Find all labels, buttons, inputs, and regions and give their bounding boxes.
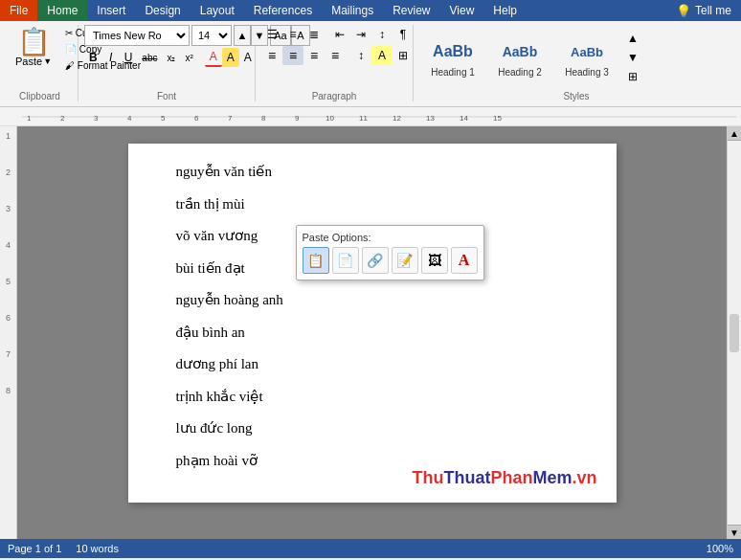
- shading-button[interactable]: A: [371, 46, 393, 65]
- menu-review[interactable]: Review: [383, 0, 439, 21]
- menu-layout[interactable]: Layout: [191, 0, 244, 21]
- styles-expand[interactable]: ⊞: [622, 67, 643, 86]
- svg-text:4: 4: [127, 114, 132, 123]
- svg-text:12: 12: [393, 114, 401, 123]
- bold-button[interactable]: B: [84, 48, 102, 67]
- clipboard-group: 📋 Paste ▼ ✂ Cut 📄 Copy 🖌 Format Painter …: [2, 25, 79, 101]
- svg-text:11: 11: [359, 114, 368, 123]
- ribbon: 📋 Paste ▼ ✂ Cut 📄 Copy 🖌 Format Painter …: [0, 21, 741, 107]
- menu-references[interactable]: References: [244, 0, 322, 21]
- font-name-select[interactable]: Times New Ro: [84, 25, 190, 46]
- style-heading3[interactable]: AaBb Heading 3: [553, 33, 620, 81]
- strikethrough-button[interactable]: abc: [137, 48, 162, 67]
- style-heading1[interactable]: AaBb Heading 1: [419, 33, 486, 81]
- align-right[interactable]: ≡: [303, 46, 325, 65]
- svg-text:14: 14: [460, 114, 468, 123]
- svg-text:13: 13: [426, 114, 435, 123]
- sort-button[interactable]: ↕: [371, 25, 393, 44]
- superscript-button[interactable]: x²: [180, 48, 197, 67]
- watermark-thu: Thu: [412, 468, 443, 487]
- watermark: ThuThuatPhanMem.vn: [412, 468, 596, 488]
- doc-line-9[interactable]: lưu đức long: [176, 419, 569, 438]
- italic-button[interactable]: I: [102, 48, 120, 67]
- menu-insert[interactable]: Insert: [87, 0, 135, 21]
- watermark-thuat: Thuat: [443, 468, 490, 487]
- bullets-button[interactable]: ☰: [261, 25, 282, 44]
- doc-line-5[interactable]: nguyễn hoàng anh: [176, 291, 569, 310]
- svg-text:7: 7: [228, 114, 233, 123]
- doc-line-8[interactable]: trịnh khắc việt: [176, 388, 569, 407]
- styles-scroll-down[interactable]: ▼: [622, 48, 643, 67]
- svg-text:15: 15: [493, 114, 502, 123]
- highlight-button[interactable]: A: [222, 48, 239, 67]
- decrease-indent[interactable]: ⇤: [329, 25, 350, 44]
- doc-line-6[interactable]: đậu bình an: [176, 324, 569, 343]
- doc-line-7[interactable]: dương phí lan: [176, 355, 569, 374]
- tell-me[interactable]: 💡 Tell me: [666, 0, 741, 21]
- watermark-vn: .vn: [572, 468, 596, 487]
- menu-home[interactable]: Home: [37, 0, 87, 21]
- increase-indent[interactable]: ⇥: [350, 25, 371, 44]
- paste-picture[interactable]: 🖼: [421, 247, 448, 274]
- justify[interactable]: ≡: [325, 46, 346, 65]
- line-spacing[interactable]: ↕: [350, 46, 371, 65]
- doc-line-2[interactable]: trần thị mùi: [176, 195, 569, 214]
- paste-options-title: Paste Options:: [303, 232, 478, 243]
- menu-view[interactable]: View: [440, 0, 484, 21]
- styles-group: AaBb Heading 1 AaBb Heading 2 AaBb Headi…: [414, 25, 739, 101]
- text-clear-button[interactable]: A: [239, 48, 257, 67]
- subscript-button[interactable]: x₂: [162, 48, 180, 67]
- menu-file[interactable]: File: [0, 0, 37, 21]
- watermark-phan: Phan: [490, 468, 532, 487]
- font-size-select[interactable]: 14: [191, 25, 232, 46]
- menu-mailings[interactable]: Mailings: [322, 0, 383, 21]
- underline-button[interactable]: U: [120, 48, 138, 67]
- svg-text:9: 9: [295, 114, 300, 123]
- paste-keep-text[interactable]: 📝: [392, 247, 418, 274]
- font-group: Times New Ro 14 ▲ ▼ Aa A B I U abc x₂ x²: [79, 25, 256, 101]
- paste-button[interactable]: 📋 Paste ▼: [8, 25, 59, 71]
- right-scrollbar[interactable]: ▲ ▼: [727, 126, 741, 539]
- paragraph-group: ☰ ≡ ≣ ⇤ ⇥ ↕ ¶ ≡ ≡ ≡ ≡ ↕ A ⊞ Paragraph: [256, 25, 414, 101]
- font-size-increase[interactable]: ▲: [234, 25, 251, 46]
- borders-button[interactable]: ⊞: [393, 46, 414, 65]
- document-page[interactable]: nguyễn văn tiếntrần thị mùivõ văn vươngb…: [128, 144, 617, 503]
- multilevel-list-button[interactable]: ≣: [303, 25, 325, 44]
- svg-text:10: 10: [326, 114, 334, 123]
- numbering-button[interactable]: ≡: [282, 25, 303, 44]
- show-marks-button[interactable]: ¶: [393, 25, 414, 44]
- margin-bar: 12345678: [0, 126, 17, 539]
- font-label: Font: [84, 89, 249, 101]
- svg-text:1: 1: [27, 114, 32, 123]
- doc-line-1[interactable]: nguyễn văn tiến: [176, 163, 569, 182]
- status-bar: Page 1 of 1 10 words 100%: [0, 539, 741, 558]
- svg-text:5: 5: [161, 114, 166, 123]
- svg-text:3: 3: [94, 114, 99, 123]
- svg-text:8: 8: [261, 114, 266, 123]
- paste-special[interactable]: 🔗: [362, 247, 389, 274]
- svg-text:6: 6: [194, 114, 199, 123]
- font-color-button[interactable]: A: [205, 48, 222, 67]
- menu-bar: File Home Insert Design Layout Reference…: [0, 0, 741, 21]
- paragraph-label: Paragraph: [261, 89, 407, 101]
- menu-design[interactable]: Design: [135, 0, 190, 21]
- svg-text:2: 2: [60, 114, 65, 123]
- clipboard-label: Clipboard: [8, 89, 72, 101]
- align-center[interactable]: ≡: [282, 46, 303, 65]
- align-left[interactable]: ≡: [261, 46, 282, 65]
- watermark-mem: Mem: [532, 468, 572, 487]
- menu-help[interactable]: Help: [483, 0, 527, 21]
- style-heading2[interactable]: AaBb Heading 2: [486, 33, 553, 81]
- paste-merge[interactable]: 📄: [332, 247, 359, 274]
- paste-text-only[interactable]: A: [451, 247, 478, 274]
- paste-options-popup: Paste Options: 📋 📄 🔗 📝 🖼 A: [296, 225, 484, 280]
- paste-keep-source[interactable]: 📋: [303, 247, 329, 274]
- styles-label: Styles: [419, 89, 733, 101]
- styles-scroll-up[interactable]: ▲: [622, 29, 643, 48]
- ruler: 1 2 3 4 5 6 7 8 9 10 11 12 13 14 15: [0, 107, 741, 126]
- paste-options-buttons: 📋 📄 🔗 📝 🖼 A: [303, 247, 478, 274]
